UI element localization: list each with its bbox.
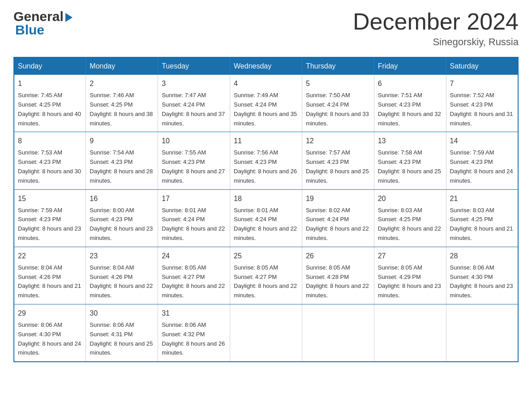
calendar-cell: 25 Sunrise: 8:05 AMSunset: 4:27 PMDaylig… bbox=[230, 247, 302, 304]
day-info: Sunrise: 7:55 AMSunset: 4:23 PMDaylight:… bbox=[162, 149, 225, 184]
calendar-week-row: 8 Sunrise: 7:53 AMSunset: 4:23 PMDayligh… bbox=[14, 132, 518, 189]
day-info: Sunrise: 7:46 AMSunset: 4:25 PMDaylight:… bbox=[90, 92, 153, 126]
calendar-cell: 2 Sunrise: 7:46 AMSunset: 4:25 PMDayligh… bbox=[86, 75, 158, 132]
calendar-cell: 29 Sunrise: 8:06 AMSunset: 4:30 PMDaylig… bbox=[14, 304, 86, 362]
calendar-cell: 20 Sunrise: 8:03 AMSunset: 4:25 PMDaylig… bbox=[374, 189, 446, 247]
day-info: Sunrise: 8:03 AMSunset: 4:25 PMDaylight:… bbox=[378, 207, 441, 241]
calendar-cell: 1 Sunrise: 7:45 AMSunset: 4:25 PMDayligh… bbox=[14, 75, 86, 132]
day-number: 14 bbox=[450, 136, 514, 146]
day-info: Sunrise: 7:53 AMSunset: 4:23 PMDaylight:… bbox=[18, 149, 81, 184]
logo: General Blue bbox=[13, 9, 73, 38]
day-info: Sunrise: 8:00 AMSunset: 4:23 PMDaylight:… bbox=[90, 207, 153, 241]
day-number: 28 bbox=[450, 251, 514, 261]
day-number: 23 bbox=[90, 251, 154, 261]
logo-triangle-icon bbox=[65, 13, 73, 22]
day-info: Sunrise: 7:50 AMSunset: 4:24 PMDaylight:… bbox=[306, 92, 369, 126]
calendar-day-header: Thursday bbox=[302, 57, 374, 75]
day-info: Sunrise: 8:02 AMSunset: 4:24 PMDaylight:… bbox=[306, 207, 369, 241]
calendar-week-row: 15 Sunrise: 7:59 AMSunset: 4:23 PMDaylig… bbox=[14, 189, 518, 247]
calendar-day-header: Monday bbox=[86, 57, 158, 75]
day-number: 18 bbox=[234, 193, 298, 204]
calendar-cell: 7 Sunrise: 7:52 AMSunset: 4:23 PMDayligh… bbox=[446, 75, 518, 132]
calendar-cell: 19 Sunrise: 8:02 AMSunset: 4:24 PMDaylig… bbox=[302, 189, 374, 247]
page-header: General Blue December 2024 Sinegorskiy, … bbox=[13, 9, 519, 48]
calendar-week-row: 22 Sunrise: 8:04 AMSunset: 4:26 PMDaylig… bbox=[14, 247, 518, 304]
calendar-cell: 14 Sunrise: 7:59 AMSunset: 4:23 PMDaylig… bbox=[446, 132, 518, 189]
day-info: Sunrise: 7:59 AMSunset: 4:23 PMDaylight:… bbox=[18, 207, 81, 241]
calendar-week-row: 29 Sunrise: 8:06 AMSunset: 4:30 PMDaylig… bbox=[14, 304, 518, 362]
calendar-cell: 6 Sunrise: 7:51 AMSunset: 4:23 PMDayligh… bbox=[374, 75, 446, 132]
day-info: Sunrise: 8:01 AMSunset: 4:24 PMDaylight:… bbox=[234, 207, 297, 241]
day-info: Sunrise: 8:05 AMSunset: 4:29 PMDaylight:… bbox=[378, 264, 441, 299]
day-number: 15 bbox=[18, 193, 82, 204]
day-number: 10 bbox=[162, 136, 226, 146]
day-info: Sunrise: 7:52 AMSunset: 4:23 PMDaylight:… bbox=[450, 92, 513, 126]
day-info: Sunrise: 8:05 AMSunset: 4:28 PMDaylight:… bbox=[306, 264, 369, 299]
day-number: 31 bbox=[162, 308, 226, 319]
day-number: 25 bbox=[234, 251, 298, 261]
day-info: Sunrise: 8:06 AMSunset: 4:31 PMDaylight:… bbox=[90, 321, 153, 356]
calendar-cell: 28 Sunrise: 8:06 AMSunset: 4:30 PMDaylig… bbox=[446, 247, 518, 304]
day-info: Sunrise: 8:06 AMSunset: 4:30 PMDaylight:… bbox=[18, 321, 81, 356]
day-number: 3 bbox=[162, 78, 226, 89]
calendar-cell: 21 Sunrise: 8:03 AMSunset: 4:25 PMDaylig… bbox=[446, 189, 518, 247]
day-info: Sunrise: 7:57 AMSunset: 4:23 PMDaylight:… bbox=[306, 149, 369, 184]
title-section: December 2024 Sinegorskiy, Russia bbox=[353, 9, 519, 48]
day-info: Sunrise: 8:06 AMSunset: 4:30 PMDaylight:… bbox=[450, 264, 513, 299]
calendar-cell: 24 Sunrise: 8:05 AMSunset: 4:27 PMDaylig… bbox=[158, 247, 230, 304]
day-info: Sunrise: 7:59 AMSunset: 4:23 PMDaylight:… bbox=[450, 149, 513, 184]
location-text: Sinegorskiy, Russia bbox=[353, 36, 519, 48]
day-number: 1 bbox=[18, 78, 82, 89]
day-info: Sunrise: 8:06 AMSunset: 4:32 PMDaylight:… bbox=[162, 321, 225, 356]
calendar-cell: 31 Sunrise: 8:06 AMSunset: 4:32 PMDaylig… bbox=[158, 304, 230, 362]
day-info: Sunrise: 7:58 AMSunset: 4:23 PMDaylight:… bbox=[378, 149, 441, 184]
day-number: 11 bbox=[234, 136, 298, 146]
day-info: Sunrise: 8:05 AMSunset: 4:27 PMDaylight:… bbox=[234, 264, 297, 299]
day-number: 19 bbox=[306, 193, 370, 204]
day-number: 13 bbox=[378, 136, 442, 146]
day-info: Sunrise: 7:51 AMSunset: 4:23 PMDaylight:… bbox=[378, 92, 441, 126]
calendar-day-header: Friday bbox=[374, 57, 446, 75]
calendar-day-header: Sunday bbox=[14, 57, 86, 75]
calendar-table: SundayMondayTuesdayWednesdayThursdayFrid… bbox=[13, 57, 519, 362]
calendar-cell: 12 Sunrise: 7:57 AMSunset: 4:23 PMDaylig… bbox=[302, 132, 374, 189]
calendar-cell: 13 Sunrise: 7:58 AMSunset: 4:23 PMDaylig… bbox=[374, 132, 446, 189]
day-number: 5 bbox=[306, 78, 370, 89]
calendar-cell: 4 Sunrise: 7:49 AMSunset: 4:24 PMDayligh… bbox=[230, 75, 302, 132]
day-number: 29 bbox=[18, 308, 82, 319]
day-number: 12 bbox=[306, 136, 370, 146]
month-title: December 2024 bbox=[353, 9, 519, 34]
calendar-cell: 27 Sunrise: 8:05 AMSunset: 4:29 PMDaylig… bbox=[374, 247, 446, 304]
calendar-cell: 30 Sunrise: 8:06 AMSunset: 4:31 PMDaylig… bbox=[86, 304, 158, 362]
day-number: 27 bbox=[378, 251, 442, 261]
calendar-cell: 18 Sunrise: 8:01 AMSunset: 4:24 PMDaylig… bbox=[230, 189, 302, 247]
calendar-cell bbox=[230, 304, 302, 362]
calendar-cell: 9 Sunrise: 7:54 AMSunset: 4:23 PMDayligh… bbox=[86, 132, 158, 189]
calendar-cell: 3 Sunrise: 7:47 AMSunset: 4:24 PMDayligh… bbox=[158, 75, 230, 132]
day-number: 9 bbox=[90, 136, 154, 146]
calendar-cell: 26 Sunrise: 8:05 AMSunset: 4:28 PMDaylig… bbox=[302, 247, 374, 304]
calendar-cell bbox=[302, 304, 374, 362]
calendar-week-row: 1 Sunrise: 7:45 AMSunset: 4:25 PMDayligh… bbox=[14, 75, 518, 132]
day-info: Sunrise: 7:49 AMSunset: 4:24 PMDaylight:… bbox=[234, 92, 297, 126]
day-number: 26 bbox=[306, 251, 370, 261]
day-info: Sunrise: 7:47 AMSunset: 4:24 PMDaylight:… bbox=[162, 92, 225, 126]
calendar-cell: 16 Sunrise: 8:00 AMSunset: 4:23 PMDaylig… bbox=[86, 189, 158, 247]
day-number: 20 bbox=[378, 193, 442, 204]
calendar-cell bbox=[374, 304, 446, 362]
day-number: 17 bbox=[162, 193, 226, 204]
calendar-cell: 22 Sunrise: 8:04 AMSunset: 4:26 PMDaylig… bbox=[14, 247, 86, 304]
day-info: Sunrise: 8:04 AMSunset: 4:26 PMDaylight:… bbox=[90, 264, 153, 299]
calendar-day-header: Saturday bbox=[446, 57, 518, 75]
calendar-cell: 23 Sunrise: 8:04 AMSunset: 4:26 PMDaylig… bbox=[86, 247, 158, 304]
calendar-cell: 10 Sunrise: 7:55 AMSunset: 4:23 PMDaylig… bbox=[158, 132, 230, 189]
day-number: 7 bbox=[450, 78, 514, 89]
day-number: 8 bbox=[18, 136, 82, 146]
day-number: 30 bbox=[90, 308, 154, 319]
day-info: Sunrise: 8:01 AMSunset: 4:24 PMDaylight:… bbox=[162, 207, 225, 241]
day-number: 21 bbox=[450, 193, 514, 204]
calendar-day-header: Tuesday bbox=[158, 57, 230, 75]
day-info: Sunrise: 8:05 AMSunset: 4:27 PMDaylight:… bbox=[162, 264, 225, 299]
calendar-cell: 11 Sunrise: 7:56 AMSunset: 4:23 PMDaylig… bbox=[230, 132, 302, 189]
calendar-cell bbox=[446, 304, 518, 362]
